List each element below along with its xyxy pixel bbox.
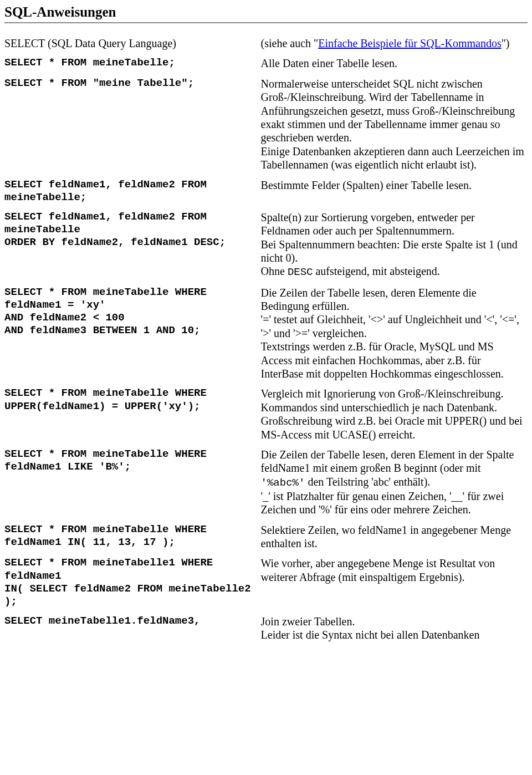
description-cell: Vergleich mit Ignorierung von Groß-/Klei…: [261, 384, 528, 445]
description-text: Die Zeilen der Tabelle lesen, deren Elem…: [261, 448, 525, 517]
sql-code: SELECT * FROM meineTabelle WHERE feldNam…: [4, 523, 259, 549]
table-row: SELECT feldName1, feldName2 FROM meineTa…: [4, 207, 528, 283]
description-text: Spalte(n) zur Sortierung vorgeben, entwe…: [261, 211, 525, 279]
sql-code-cell: SELECT feldName1, feldName2 FROM meineTa…: [4, 175, 261, 207]
description-text: Die Zeilen der Tabelle lesen, deren Elem…: [261, 286, 525, 381]
description-cell: Spalte(n) zur Sortierung vorgeben, entwe…: [261, 207, 528, 283]
sql-code-cell: SELECT (SQL Data Query Language): [4, 33, 261, 53]
description-cell: Die Zeilen der Tabelle lesen, deren Elem…: [261, 283, 528, 384]
table-row: SELECT * FROM meineTabelle WHERE UPPER(f…: [4, 384, 528, 445]
sql-code: SELECT feldName1, feldName2 FROM meineTa…: [4, 179, 259, 204]
description-cell: Join zweier Tabellen. Leider ist die Syn…: [261, 611, 528, 645]
description-cell: Wie vorher, aber angegebene Menge ist Re…: [261, 553, 528, 611]
page-title: SQL-Anweisungen: [4, 4, 528, 20]
sql-code: SELECT * FROM "meine Tabelle";: [4, 77, 259, 90]
link[interactable]: Einfache Beispiele für SQL-Kommandos: [318, 37, 501, 49]
table-row: SELECT (SQL Data Query Language)(siehe a…: [4, 33, 528, 53]
sql-code-cell: SELECT * FROM meineTabelle WHERE feldNam…: [4, 445, 261, 520]
sql-code-cell: SELECT * FROM meineTabelle WHERE feldNam…: [4, 520, 261, 554]
sql-table: SELECT (SQL Data Query Language)(siehe a…: [4, 33, 528, 645]
inline-code: '%abc%': [261, 477, 305, 489]
sql-code: SELECT * FROM meineTabelle;: [4, 57, 259, 69]
table-row: SELECT * FROM "meine Tabelle";Normalerwe…: [4, 74, 528, 175]
table-row: SELECT * FROM meineTabelle WHERE feldNam…: [4, 283, 528, 384]
description-text: Selektiere Zeilen, wo feldName1 in angeg…: [261, 523, 525, 550]
sql-code-cell: SELECT feldName1, feldName2 FROM meineTa…: [4, 207, 261, 283]
table-row: SELECT feldName1, feldName2 FROM meineTa…: [4, 175, 528, 207]
description-text: Alle Daten einer Tabelle lesen.: [261, 57, 525, 70]
sql-code: SELECT * FROM meineTabelle WHERE feldNam…: [4, 286, 259, 338]
sql-code: SELECT * FROM meineTabelle WHERE feldNam…: [4, 448, 259, 473]
description-text: Wie vorher, aber angegebene Menge ist Re…: [261, 557, 525, 584]
sql-code: SELECT meineTabelle1.feldName3,: [4, 615, 259, 628]
table-row: SELECT * FROM meineTabelle;Alle Daten ei…: [4, 53, 528, 73]
sql-code-cell: SELECT * FROM meineTabelle1 WHERE feldNa…: [4, 553, 261, 611]
description-cell: Alle Daten einer Tabelle lesen.: [261, 53, 528, 73]
description-text: Vergleich mit Ignorierung von Groß-/Klei…: [261, 387, 525, 441]
sql-code-cell: SELECT * FROM meineTabelle WHERE UPPER(f…: [4, 384, 261, 445]
inline-code: DESC: [288, 266, 313, 278]
description-cell: Bestimmte Felder (Spalten) einer Tabelle…: [261, 175, 528, 207]
description-cell: Normalerweise unterscheidet SQL nicht zw…: [261, 74, 528, 175]
divider: [4, 22, 528, 23]
sql-code-cell: SELECT * FROM meineTabelle WHERE feldNam…: [4, 283, 261, 384]
description-cell: Selektiere Zeilen, wo feldName1 in angeg…: [261, 520, 528, 554]
sql-code: SELECT * FROM meineTabelle1 WHERE feldNa…: [4, 557, 259, 608]
description-text: Join zweier Tabellen. Leider ist die Syn…: [261, 615, 525, 642]
description-text: Normalerweise unterscheidet SQL nicht zw…: [261, 77, 525, 172]
table-row: SELECT * FROM meineTabelle1 WHERE feldNa…: [4, 553, 528, 611]
description-text: SELECT (SQL Data Query Language): [4, 37, 259, 50]
sql-code-cell: SELECT * FROM "meine Tabelle";: [4, 74, 261, 175]
sql-code-cell: SELECT * FROM meineTabelle;: [4, 53, 261, 73]
sql-code: SELECT * FROM meineTabelle WHERE UPPER(f…: [4, 387, 259, 412]
sql-code: SELECT feldName1, feldName2 FROM meineTa…: [4, 211, 259, 249]
description-cell: Die Zeilen der Tabelle lesen, deren Elem…: [261, 445, 528, 520]
table-row: SELECT * FROM meineTabelle WHERE feldNam…: [4, 445, 528, 520]
table-row: SELECT * FROM meineTabelle WHERE feldNam…: [4, 520, 528, 554]
description-cell: (siehe auch "Einfache Beispiele für SQL-…: [261, 33, 528, 53]
description-text: (siehe auch "Einfache Beispiele für SQL-…: [261, 37, 525, 50]
table-row: SELECT meineTabelle1.feldName3,Join zwei…: [4, 611, 528, 645]
description-text: Bestimmte Felder (Spalten) einer Tabelle…: [261, 179, 525, 192]
sql-code-cell: SELECT meineTabelle1.feldName3,: [4, 611, 261, 645]
